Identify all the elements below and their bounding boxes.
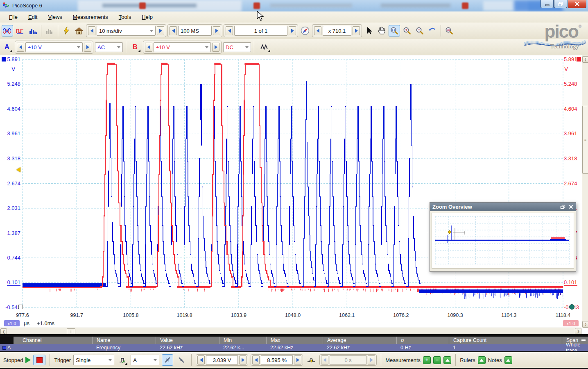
spectrum-view-button[interactable] xyxy=(27,25,38,36)
xy-view-button[interactable] xyxy=(14,25,26,36)
measurements-panel-button[interactable] xyxy=(443,356,451,364)
menu-item-measurements[interactable]: Measurements xyxy=(68,12,113,22)
measurements-scroll-stub[interactable] xyxy=(581,339,586,341)
channel-b-options-button[interactable]: B xyxy=(129,41,141,53)
menu-item-help[interactable]: Help xyxy=(137,12,158,22)
trigger-source-select[interactable]: A xyxy=(131,355,159,365)
rising-edge-button[interactable] xyxy=(162,354,173,366)
measurements-cell[interactable]: 22.62 kHz xyxy=(266,344,323,351)
measurements-header-max[interactable]: Max xyxy=(266,337,323,344)
zoom-decrease-button[interactable] xyxy=(314,26,321,35)
timebase-slower-button[interactable] xyxy=(88,26,95,35)
buffer-navigator-button[interactable] xyxy=(299,25,311,36)
menu-item-tools[interactable]: Tools xyxy=(114,12,136,22)
measurements-cell[interactable]: 22.62 kHz xyxy=(156,344,219,351)
pretrigger-up-button[interactable] xyxy=(294,355,301,364)
buffer-indicator[interactable]: 1 of 1 xyxy=(234,26,287,36)
restore-button[interactable] xyxy=(554,0,567,8)
trigger-marker-toggle-button[interactable] xyxy=(305,354,317,366)
menu-item-file[interactable]: File xyxy=(4,12,23,22)
close-button[interactable] xyxy=(568,0,586,8)
trigger-level-up-button[interactable] xyxy=(239,355,247,364)
close-icon[interactable] xyxy=(569,205,573,209)
pretrigger-value[interactable]: 8.595 % xyxy=(261,355,293,364)
zoom-out-tool-button[interactable] xyxy=(414,25,425,36)
measurements-header-channel[interactable]: Channel xyxy=(14,337,92,344)
remove-measurement-button[interactable]: − xyxy=(433,356,441,364)
buffer-prev-button[interactable] xyxy=(226,26,233,35)
measurements-cell[interactable]: Frequency xyxy=(92,344,156,351)
samples-decrease-button[interactable] xyxy=(170,26,177,35)
horizontal-scrollbar[interactable]: ❮ xyxy=(0,328,581,335)
math-channels-button[interactable] xyxy=(257,41,271,53)
measurements-header-σ[interactable]: σ xyxy=(396,337,449,344)
menu-item-views[interactable]: Views xyxy=(43,12,67,22)
scroll-right-button[interactable]: ❯ xyxy=(575,328,581,335)
channel-a-range-select[interactable]: ±10 V xyxy=(25,42,83,52)
advanced-trigger-button[interactable] xyxy=(117,354,128,366)
timebase-select[interactable]: 10 ms/div xyxy=(97,26,156,36)
persistence-view-button[interactable] xyxy=(44,25,55,36)
falling-edge-button[interactable] xyxy=(176,354,187,366)
holdoff-up-button[interactable] xyxy=(368,355,375,364)
buffer-next-button[interactable] xyxy=(289,26,296,35)
home-button[interactable] xyxy=(73,25,85,36)
channel-b-range-select[interactable]: ±10 V xyxy=(154,42,211,52)
trigger-level-down-button[interactable] xyxy=(197,355,205,364)
samples-input[interactable]: 100 MS xyxy=(178,26,212,36)
menu-item-edit[interactable]: Edit xyxy=(23,12,42,22)
channel-a-range-up-button[interactable] xyxy=(84,43,91,52)
undock-icon[interactable] xyxy=(560,205,565,209)
measurements-cell[interactable]: A xyxy=(0,344,92,351)
channel-b-range-down-button[interactable] xyxy=(145,43,152,52)
measurements-header-value[interactable]: Value xyxy=(156,337,219,344)
notes-panel-button[interactable] xyxy=(504,356,512,364)
stop-capture-button[interactable] xyxy=(33,355,45,365)
holdoff-down-button[interactable] xyxy=(321,355,328,364)
scroll-down-button[interactable]: ❭ xyxy=(582,321,588,328)
timebase-faster-button[interactable] xyxy=(157,26,164,35)
scope-view-button[interactable] xyxy=(2,25,13,36)
zoom-factor[interactable]: x 710.1 xyxy=(323,26,351,36)
measurements-cell[interactable]: Whole trace xyxy=(562,344,588,351)
channel-a-options-button[interactable]: A xyxy=(1,41,13,53)
pointer-tool-button[interactable] xyxy=(363,25,375,36)
channel-a-coupling-select[interactable]: AC xyxy=(95,42,123,52)
pretrigger-down-button[interactable] xyxy=(252,355,260,364)
vertical-scroll-thumb[interactable]: ≡ xyxy=(582,106,588,174)
rulers-panel-button[interactable] xyxy=(478,356,486,364)
probe-setup-button[interactable] xyxy=(61,25,72,36)
trigger-level-marker[interactable] xyxy=(16,167,20,172)
vertical-scrollbar[interactable]: ❬ ≡ ❭ xyxy=(582,55,588,328)
zoom-overview-body[interactable] xyxy=(432,213,574,269)
trigger-level-value[interactable]: 3.039 V xyxy=(206,355,238,364)
scroll-up-button[interactable]: ❬ xyxy=(582,56,588,63)
measurements-cell[interactable]: 22.62 k... xyxy=(219,344,266,351)
zoom-in-tool-button[interactable] xyxy=(401,25,413,36)
x-scale-badge-left[interactable]: x1.0 xyxy=(4,320,20,326)
measurements-data-row[interactable]: AFrequency22.62 kHz22.62 k...22.62 kHz22… xyxy=(0,344,588,351)
trigger-mode-select[interactable]: Single xyxy=(73,355,114,365)
measurements-cell[interactable]: 22.62 kHz xyxy=(323,344,396,351)
measurements-cell[interactable]: 1 xyxy=(449,344,562,351)
marquee-zoom-tool-button[interactable] xyxy=(389,25,400,36)
samples-increase-button[interactable] xyxy=(213,26,220,35)
pan-tool-button[interactable] xyxy=(376,25,387,36)
measurements-header-average[interactable]: Average xyxy=(323,337,396,344)
channel-b-range-up-button[interactable] xyxy=(212,43,219,52)
waveform-plot[interactable] xyxy=(0,55,588,312)
zoom-overview-panel[interactable]: Zoom Overview xyxy=(430,202,576,272)
zoom-overview-titlebar[interactable]: Zoom Overview xyxy=(430,203,576,211)
add-measurement-button[interactable]: + xyxy=(423,356,431,364)
holdoff-value[interactable]: 0 s xyxy=(330,355,366,364)
start-capture-button[interactable] xyxy=(25,357,31,363)
undo-zoom-button[interactable] xyxy=(427,25,438,36)
scope-view[interactable]: 5.8915.8915.2485.2484.6044.6043.9613.961… xyxy=(0,55,588,312)
minimize-button[interactable] xyxy=(541,0,554,8)
channel-a-range-down-button[interactable] xyxy=(17,43,24,52)
channel-b-coupling-select[interactable]: DC xyxy=(223,42,251,52)
zoom-full-tool-button[interactable]: 100 xyxy=(443,25,455,36)
measurements-header-capture-count[interactable]: Capture Count xyxy=(449,337,562,344)
x-scale-badge-right[interactable]: x1.0 xyxy=(563,320,579,326)
measurements-cell[interactable]: 0 Hz xyxy=(396,344,449,351)
